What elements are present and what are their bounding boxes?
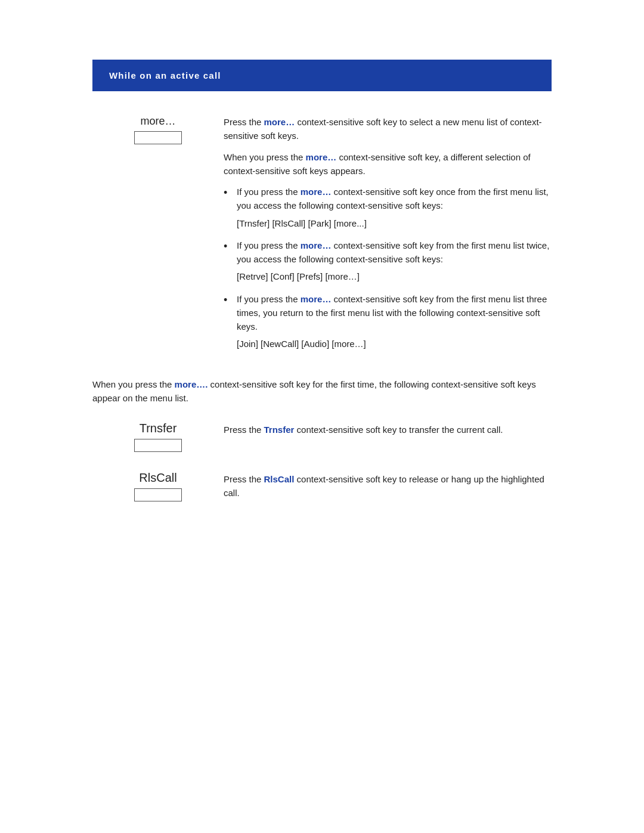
trnsfer-desc-post: context-sensitive soft key to transfer t… (294, 425, 503, 435)
intro-link: more…. (175, 379, 208, 389)
rlscall-key-label: RlsCall (139, 471, 177, 485)
more-para-2: When you press the more… context-sensiti… (224, 150, 552, 178)
bullet-text-3: If you press the more… context-sensitive… (237, 292, 552, 351)
page-container: While on an active call more… Press the … (0, 60, 644, 833)
more-para-1-pre: Press the (224, 117, 264, 127)
trnsfer-desc-pre: Press the (224, 425, 264, 435)
more-description-col: Press the more… context-sensitive soft k… (224, 115, 552, 360)
rlscall-desc-pre: Press the (224, 474, 264, 484)
bullet-item-1: • If you press the more… context-sensiti… (224, 185, 552, 230)
more-link-2: more… (306, 152, 337, 162)
header-title: While on an active call (109, 70, 221, 80)
main-content: more… Press the more… context-sensitive … (92, 91, 552, 544)
more-link-1: more… (264, 117, 295, 127)
intro-pre: When you press the (92, 379, 175, 389)
more-section-row: more… Press the more… context-sensitive … (92, 115, 552, 360)
bullet-2-link: more… (301, 240, 332, 250)
rlscall-key-col: RlsCall (92, 471, 224, 501)
more-para-2-pre: When you press the (224, 152, 306, 162)
bullet-2-sequence: [Retrve] [Conf] [Prefs] [more…] (237, 270, 552, 283)
intro-paragraph: When you press the more…. context-sensit… (92, 377, 552, 405)
trnsfer-key-label: Trnsfer (140, 422, 177, 435)
header-banner: While on an active call (92, 60, 552, 91)
rlscall-description: Press the RlsCall context-sensitive soft… (224, 471, 552, 500)
more-key-label: more… (140, 115, 175, 128)
bullet-1-sequence: [Trnsfer] [RlsCall] [Park] [more...] (237, 216, 552, 230)
rlscall-link: RlsCall (264, 474, 295, 484)
bullet-3-sequence: [Join] [NewCall] [Audio] [more…] (237, 337, 552, 351)
bullet-dot-2: • (224, 239, 234, 284)
bullet-dot-1: • (224, 185, 234, 230)
bullet-item-3: • If you press the more… context-sensiti… (224, 292, 552, 351)
bullet-text-1: If you press the more… context-sensitive… (237, 185, 552, 230)
bullet-2-pre: If you press the (237, 240, 301, 250)
bullet-3-pre: If you press the (237, 294, 301, 304)
trnsfer-section-row: Trnsfer Press the Trnsfer context-sensit… (92, 422, 552, 452)
bullet-1-pre: If you press the (237, 187, 301, 197)
rlscall-key-button[interactable] (134, 488, 182, 501)
bullet-1-link: more… (301, 187, 332, 197)
more-key-col: more… (92, 115, 224, 360)
bullet-dot-3: • (224, 292, 234, 351)
trnsfer-key-button[interactable] (134, 439, 182, 452)
bullet-item-2: • If you press the more… context-sensiti… (224, 239, 552, 284)
rlscall-section-row: RlsCall Press the RlsCall context-sensit… (92, 471, 552, 501)
more-para-1: Press the more… context-sensitive soft k… (224, 115, 552, 143)
more-key-button[interactable] (134, 131, 182, 144)
trnsfer-description: Press the Trnsfer context-sensitive soft… (224, 422, 552, 436)
bullet-3-link: more… (301, 294, 332, 304)
more-bullet-list: • If you press the more… context-sensiti… (224, 185, 552, 351)
trnsfer-link: Trnsfer (264, 425, 295, 435)
trnsfer-key-col: Trnsfer (92, 422, 224, 452)
bullet-text-2: If you press the more… context-sensitive… (237, 239, 552, 284)
